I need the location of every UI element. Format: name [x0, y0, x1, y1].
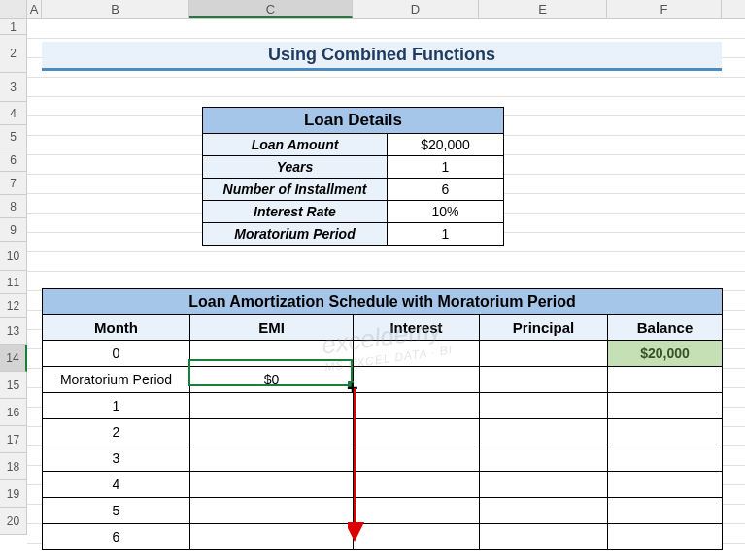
column-headers: A B C D E F	[0, 0, 745, 19]
cell-emi[interactable]	[190, 393, 354, 419]
cell-balance[interactable]	[608, 524, 723, 550]
col-header-e[interactable]: E	[479, 0, 607, 18]
amort-header-emi: EMI	[190, 315, 354, 341]
row-header-17[interactable]: 17	[0, 426, 27, 453]
col-header-c[interactable]: C	[189, 0, 353, 18]
table-row: 4	[43, 472, 723, 498]
row-header-2[interactable]: 2	[0, 35, 27, 73]
cell-emi[interactable]	[190, 524, 354, 550]
cell-balance[interactable]	[608, 472, 723, 498]
table-row: 6	[43, 524, 723, 550]
col-header-d[interactable]: D	[353, 0, 479, 18]
row-header-8[interactable]: 8	[0, 195, 27, 218]
table-row: 0$20,000	[43, 341, 723, 367]
loan-value[interactable]: 1	[388, 156, 504, 179]
amort-header-balance: Balance	[608, 315, 723, 341]
cell-month[interactable]: 6	[43, 524, 190, 550]
row-header-15[interactable]: 15	[0, 372, 27, 399]
loan-value[interactable]: $20,000	[388, 134, 504, 156]
table-row: 3	[43, 445, 723, 472]
row-header-1[interactable]: 1	[0, 19, 27, 35]
cell-month[interactable]: 4	[43, 472, 190, 498]
col-header-a[interactable]: A	[27, 0, 42, 18]
cell-interest[interactable]	[354, 498, 480, 524]
cell-interest[interactable]	[354, 393, 480, 419]
cell-balance[interactable]	[608, 367, 723, 393]
loan-details-header: Loan Details	[203, 108, 504, 134]
cell-month[interactable]: 2	[43, 419, 190, 445]
cell-interest[interactable]	[354, 367, 480, 393]
cell-interest[interactable]	[354, 524, 480, 550]
row-header-4[interactable]: 4	[0, 102, 27, 125]
amort-title: Loan Amortization Schedule with Moratori…	[43, 289, 723, 315]
row-header-3[interactable]: 3	[0, 73, 27, 102]
cell-interest[interactable]	[354, 445, 480, 472]
loan-value[interactable]: 10%	[388, 201, 504, 223]
cell-month[interactable]: 5	[43, 498, 190, 524]
cell-interest[interactable]	[354, 341, 480, 367]
loan-row: Loan Amount$20,000	[203, 134, 504, 156]
row-header-18[interactable]: 18	[0, 453, 27, 480]
cell-principal[interactable]	[480, 419, 608, 445]
cell-month[interactable]: 3	[43, 445, 190, 472]
loan-row: Number of Installment6	[203, 179, 504, 201]
row-header-7[interactable]: 7	[0, 172, 27, 195]
cell-principal[interactable]	[480, 524, 608, 550]
cell-principal[interactable]	[480, 367, 608, 393]
row-header-14[interactable]: 14	[0, 345, 27, 372]
cell-emi[interactable]	[190, 472, 354, 498]
row-headers: 1234567891011121314151617181920	[0, 19, 27, 535]
row-header-20[interactable]: 20	[0, 508, 27, 535]
loan-row: Moratorium Period1	[203, 223, 504, 246]
table-row: Moratorium Period$0	[43, 367, 723, 393]
cell-balance[interactable]	[608, 445, 723, 472]
row-header-10[interactable]: 10	[0, 242, 27, 271]
cell-month[interactable]: 0	[43, 341, 190, 367]
cell-principal[interactable]	[480, 341, 608, 367]
page-title: Using Combined Functions	[42, 42, 722, 71]
grid-area[interactable]: Using Combined Functions Loan Details Lo…	[27, 19, 745, 560]
loan-label: Moratorium Period	[203, 223, 388, 246]
cell-interest[interactable]	[354, 419, 480, 445]
cell-emi[interactable]	[190, 419, 354, 445]
cell-emi[interactable]	[190, 445, 354, 472]
row-header-9[interactable]: 9	[0, 218, 27, 242]
row-header-5[interactable]: 5	[0, 125, 27, 148]
loan-row: Years1	[203, 156, 504, 179]
cell-balance[interactable]	[608, 419, 723, 445]
cell-emi[interactable]	[190, 341, 354, 367]
col-header-b[interactable]: B	[42, 0, 189, 18]
cell-balance[interactable]	[608, 393, 723, 419]
loan-label: Number of Installment	[203, 179, 388, 201]
row-header-19[interactable]: 19	[0, 480, 27, 508]
row-header-12[interactable]: 12	[0, 294, 27, 318]
table-row: 2	[43, 419, 723, 445]
cell-principal[interactable]	[480, 472, 608, 498]
cell-balance[interactable]	[608, 498, 723, 524]
cell-principal[interactable]	[480, 393, 608, 419]
cell-emi[interactable]	[190, 498, 354, 524]
cell-principal[interactable]	[480, 498, 608, 524]
select-all-corner[interactable]	[0, 0, 27, 18]
row-header-16[interactable]: 16	[0, 399, 27, 426]
table-row: 1	[43, 393, 723, 419]
row-header-13[interactable]: 13	[0, 318, 27, 345]
cell-balance[interactable]: $20,000	[608, 341, 723, 367]
row-header-11[interactable]: 11	[0, 271, 27, 294]
col-header-f[interactable]: F	[607, 0, 722, 18]
cell-emi[interactable]: $0	[190, 367, 354, 393]
table-row: 5	[43, 498, 723, 524]
loan-row: Interest Rate10%	[203, 201, 504, 223]
loan-label: Interest Rate	[203, 201, 388, 223]
amort-header-month: Month	[43, 315, 190, 341]
spreadsheet: A B C D E F 1234567891011121314151617181…	[0, 0, 745, 560]
loan-value[interactable]: 6	[388, 179, 504, 201]
cell-month[interactable]: Moratorium Period	[43, 367, 190, 393]
cell-interest[interactable]	[354, 472, 480, 498]
loan-label: Loan Amount	[203, 134, 388, 156]
cell-month[interactable]: 1	[43, 393, 190, 419]
amortization-table: Loan Amortization Schedule with Moratori…	[42, 288, 723, 550]
loan-value[interactable]: 1	[388, 223, 504, 246]
row-header-6[interactable]: 6	[0, 148, 27, 172]
cell-principal[interactable]	[480, 445, 608, 472]
